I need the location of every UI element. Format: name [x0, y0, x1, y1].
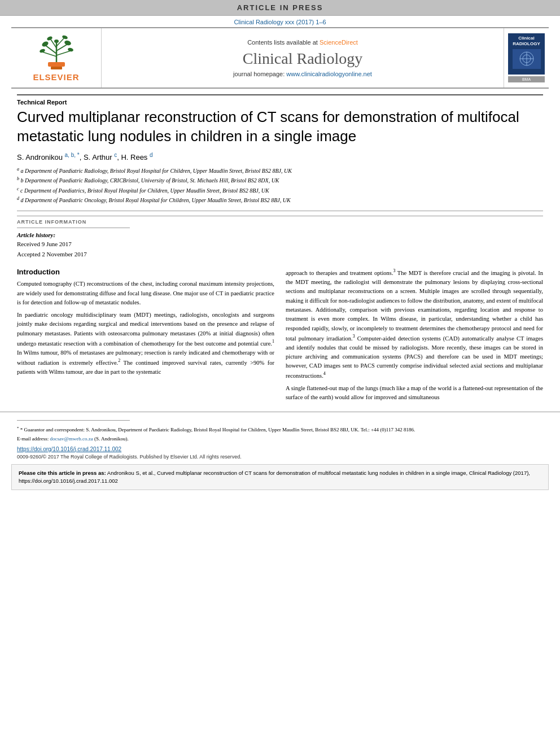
article-received: Received 9 June 2017: [17, 239, 543, 250]
aip-banner: ARTICLE IN PRESS: [0, 0, 560, 16]
intro-para-1: Computed tomography (CT) reconstructions…: [17, 279, 274, 307]
affiliation-b: b b Department of Paediatric Radiology, …: [17, 176, 543, 185]
homepage-prefix: journal homepage:: [233, 71, 286, 77]
homepage-line: journal homepage: www.clinicalradiologyo…: [233, 71, 372, 77]
elsevier-tree-icon: [31, 34, 82, 71]
email-link[interactable]: docsav@mweb.co.za: [50, 436, 93, 442]
introduction-title: Introduction: [17, 268, 274, 276]
svg-point-12: [46, 36, 53, 41]
svg-rect-16: [51, 67, 62, 69]
author-andronikou: S. Andronikou a, b, *,: [17, 153, 81, 161]
article-info-border: [17, 228, 130, 228]
journal-info-center: Contents lists available at ScienceDirec…: [102, 28, 504, 88]
radiology-logo-line1: Clinical: [510, 36, 542, 41]
copyright-text: 0009-9260/© 2017 The Royal College of Ra…: [17, 454, 543, 460]
affiliation-d: d d Department of Paediatric Oncology, B…: [17, 195, 543, 205]
journal-ref: Clinical Radiology xxx (2017) 1–6: [0, 16, 560, 27]
left-column: Introduction Computed tomography (CT) re…: [17, 268, 274, 405]
svg-rect-15: [48, 62, 65, 67]
affiliations: a a Department of Paediatric Radiology, …: [17, 166, 543, 205]
section-label: Technical Report: [17, 94, 543, 106]
homepage-url[interactable]: www.clinicalradiologyonline.net: [286, 71, 372, 77]
journal-title: Clinical Radiology: [243, 50, 362, 68]
footnotes-section: * * Guarantor and correspondent: S. Andr…: [0, 412, 560, 460]
article-info-title: ARTICLE INFORMATION: [17, 219, 543, 225]
elsevier-label: ELSEVIER: [33, 72, 79, 82]
article-body: Technical Report Curved multiplanar reco…: [0, 89, 560, 406]
radiology-logo-box: Clinical RADIOLOGY: [508, 33, 545, 75]
svg-line-2: [45, 45, 56, 54]
article-title: Curved multiplanar reconstruction of CT …: [17, 108, 543, 146]
sciencedirect-prefix: Contents lists available at: [247, 39, 320, 46]
right-para-2: A single flattened-out map of the lungs …: [286, 384, 543, 403]
sciencedirect-link[interactable]: ScienceDirect: [320, 39, 358, 46]
radiology-logo-image: [510, 49, 542, 71]
footnotes-divider: [17, 420, 130, 421]
journal-header: ELSEVIER Contents lists available at Sci…: [11, 27, 549, 89]
radiology-logo-line2: RADIOLOGY: [510, 41, 542, 47]
email-footnote: E-mail address: docsav@mweb.co.za (S. An…: [17, 435, 543, 443]
svg-point-14: [54, 40, 59, 43]
affiliation-c: c c Department of Paediatrics, Bristol R…: [17, 186, 543, 195]
aip-text: ARTICLE IN PRESS: [237, 3, 323, 12]
author-rees: H. Rees d: [121, 153, 152, 161]
right-column: approach to therapies and treatment opti…: [286, 268, 543, 405]
authors-line: S. Andronikou a, b, *, S. Arthur c, H. R…: [17, 152, 543, 161]
journal-ref-text: Clinical Radiology xxx (2017) 1–6: [234, 19, 326, 25]
citation-box: Please cite this article in press as: An…: [11, 464, 549, 491]
bma-logo: BMA: [508, 76, 545, 82]
two-column-layout: Introduction Computed tomography (CT) re…: [17, 268, 543, 405]
article-info-section: ARTICLE INFORMATION Article history: Rec…: [17, 216, 543, 259]
radiology-logo-section: Clinical RADIOLOGY BMA: [504, 28, 549, 88]
article-accepted: Accepted 2 November 2017: [17, 250, 543, 260]
page: ARTICLE IN PRESS Clinical Radiology xxx …: [0, 0, 560, 747]
guarantor-footnote: * * Guarantor and correspondent: S. Andr…: [17, 425, 543, 434]
article-history-label: Article history:: [17, 231, 543, 238]
sciencedirect-line: Contents lists available at ScienceDirec…: [247, 39, 358, 46]
affiliation-a: a a Department of Paediatric Radiology, …: [17, 166, 543, 176]
intro-para-2: In paediatric oncology multidisciplinary…: [17, 311, 274, 377]
doi-link[interactable]: https://doi.org/10.1016/j.crad.2017.11.0…: [17, 446, 543, 452]
elsevier-logo-section: ELSEVIER: [11, 28, 102, 88]
svg-line-5: [56, 51, 71, 55]
right-para-1: approach to therapies and treatment opti…: [286, 268, 543, 381]
divider-line: [17, 211, 543, 211]
author-arthur: S. Arthur c,: [84, 153, 119, 161]
citation-text: Please cite this article in press as: An…: [19, 469, 541, 486]
svg-point-8: [41, 41, 49, 48]
elsevier-logo: ELSEVIER: [31, 34, 82, 82]
